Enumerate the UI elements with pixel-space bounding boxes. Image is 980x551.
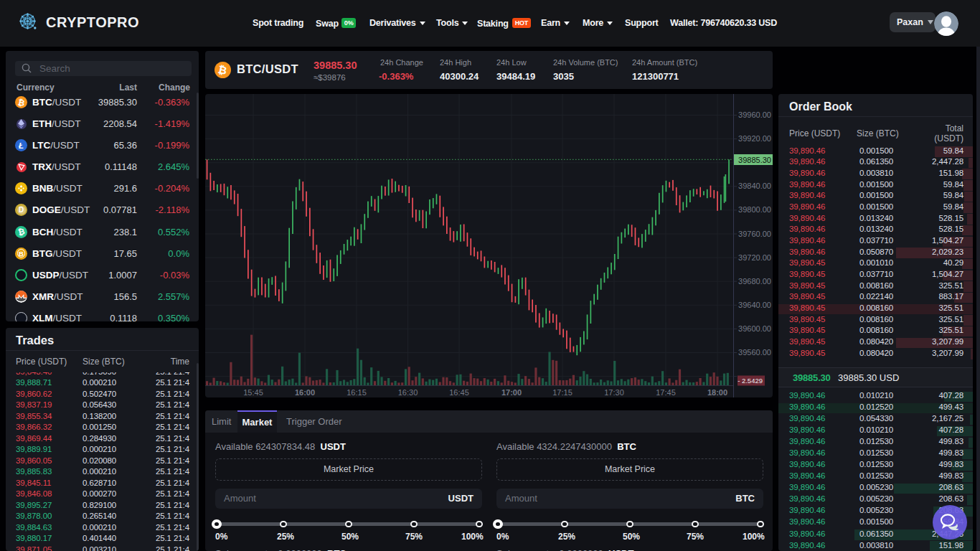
svg-text:39885.30: 39885.30	[738, 156, 771, 164]
svg-text:39680.00: 39680.00	[738, 277, 771, 286]
svg-text:16:15: 16:15	[347, 388, 367, 397]
svg-text:39760.00: 39760.00	[738, 230, 771, 238]
svg-text:39960.00: 39960.00	[738, 110, 771, 119]
svg-text:39560.00: 39560.00	[738, 348, 771, 357]
svg-text:39920.00: 39920.00	[738, 134, 771, 143]
svg-text:39640.00: 39640.00	[738, 301, 771, 309]
svg-text:17:00: 17:00	[501, 388, 522, 397]
svg-text:17:15: 17:15	[552, 388, 573, 397]
svg-text:39720.00: 39720.00	[738, 253, 771, 262]
svg-text:16:30: 16:30	[398, 388, 418, 397]
svg-text:18:00: 18:00	[707, 388, 727, 397]
svg-text:39600.00: 39600.00	[738, 324, 771, 333]
svg-text:39800.00: 39800.00	[738, 205, 771, 214]
svg-text:17:30: 17:30	[604, 388, 624, 397]
svg-text:- 2.5429: - 2.5429	[738, 377, 763, 385]
svg-text:39840.00: 39840.00	[738, 182, 771, 190]
svg-text:15:45: 15:45	[243, 388, 263, 397]
svg-text:16:00: 16:00	[295, 388, 315, 397]
svg-text:17:45: 17:45	[656, 388, 676, 397]
svg-text:16:45: 16:45	[449, 388, 469, 397]
